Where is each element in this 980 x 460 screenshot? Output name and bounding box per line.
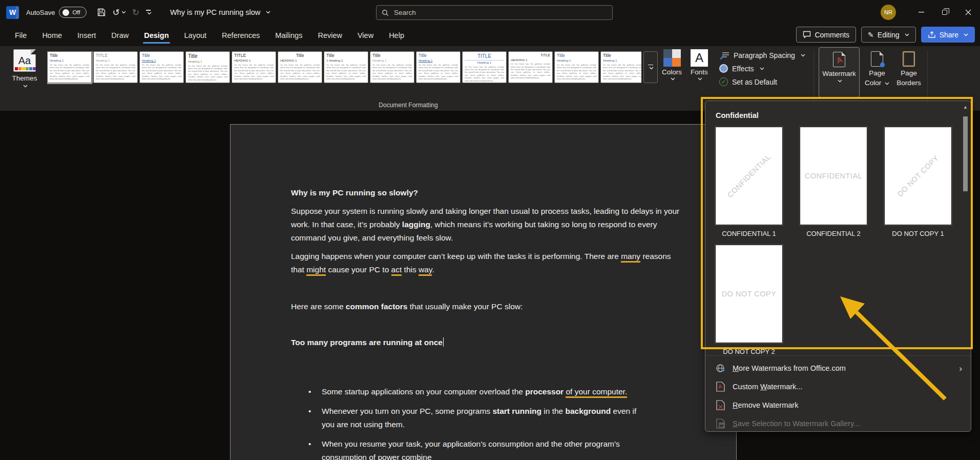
style-set-gallery: TitleHeading 1On the Insert tab, the gal…	[47, 51, 641, 84]
style-set-card[interactable]: TITLEHeading 1On the Insert tab, the gal…	[93, 51, 138, 83]
autosave-label: AutoSave	[26, 9, 55, 16]
comments-button[interactable]: Comments	[796, 27, 856, 43]
checkmark-icon: ✓	[719, 77, 728, 86]
scrollbar-thumb[interactable]	[963, 116, 968, 191]
tab-references[interactable]: References	[214, 27, 267, 44]
tab-insert[interactable]: Insert	[70, 27, 103, 44]
globe-icon	[715, 364, 726, 373]
style-set-card[interactable]: TITLEHEADING 1On the Insert tab, the gal…	[508, 51, 553, 83]
group-separator	[927, 50, 928, 104]
effects-label: Effects	[732, 65, 754, 73]
tab-help[interactable]: Help	[381, 27, 412, 44]
watermark-button[interactable]: A Watermark	[819, 47, 860, 97]
redo-icon: ↻	[132, 8, 139, 17]
autosave-toggle[interactable]: Off	[59, 7, 87, 18]
watermark-dropdown-panel: Confidential CONFIDENTIALCONFIDENTIAL 1C…	[705, 101, 971, 432]
gallery-more-button[interactable]	[643, 51, 658, 83]
editing-mode-button[interactable]: ✎ Editing	[861, 27, 916, 43]
avatar[interactable]: NR	[881, 5, 896, 20]
chevron-down-icon	[964, 33, 968, 36]
style-set-card[interactable]: TitleHeading 1On the Insert tab, the gal…	[370, 51, 414, 83]
style-set-card[interactable]: TitleHeading 1On the Insert tab, the gal…	[600, 51, 641, 83]
watermark-thumbnail[interactable]: DO NOT COPYDO NOT COPY 2	[715, 245, 783, 355]
colors-button[interactable]: Colors	[662, 49, 682, 81]
page-color-button[interactable]: Page Color	[863, 47, 891, 97]
close-button[interactable]	[956, 0, 980, 25]
style-set-card[interactable]: Title1 Heading 1On the Insert tab, the g…	[324, 51, 368, 83]
chevron-down-icon	[838, 79, 842, 83]
search-input[interactable]: Search	[376, 5, 613, 20]
themes-button[interactable]: Aa Themes	[6, 49, 43, 105]
word-logo-icon[interactable]: W	[6, 6, 19, 19]
watermark-thumbnail[interactable]: CONFIDENTIALCONFIDENTIAL 2	[800, 127, 867, 237]
watermark-icon: A	[833, 52, 845, 67]
menu-item-more-watermarks[interactable]: More Watermarks from Office.com›	[705, 359, 971, 377]
paragraph-spacing-label: Paragraph Spacing	[734, 51, 795, 59]
tab-mailings[interactable]: Mailings	[267, 27, 310, 44]
page-color-label-1: Page	[869, 69, 885, 78]
style-set-card[interactable]: TitleHeading 1On the Insert tab, the gal…	[185, 51, 230, 83]
watermark-thumbnail[interactable]: DO NOT COPYDO NOT COPY 1	[884, 127, 952, 237]
comments-label: Comments	[815, 31, 849, 39]
paragraph-spacing-icon	[719, 51, 729, 59]
minimize-button[interactable]	[909, 0, 933, 25]
document-content: Why is my PC running so slowly? Suppose …	[231, 125, 681, 460]
tab-home[interactable]: Home	[34, 27, 70, 44]
avatar-initials: NR	[884, 9, 892, 15]
redo-button[interactable]: ↻	[132, 8, 139, 17]
page-borders-label-1: Page	[901, 69, 917, 78]
scrollbar[interactable]: ▲	[963, 105, 968, 350]
watermark-gallery: CONFIDENTIALCONFIDENTIAL 1CONFIDENTIALCO…	[705, 119, 956, 355]
colors-icon	[663, 49, 681, 67]
undo-icon: ↺	[112, 8, 119, 17]
tab-review[interactable]: Review	[310, 27, 350, 44]
tab-design[interactable]: Design	[136, 27, 176, 44]
effects-icon	[719, 64, 728, 73]
menu-item-custom-watermark[interactable]: ACustom Watermark...	[705, 377, 971, 396]
custom-icon: A	[715, 382, 726, 392]
tab-file[interactable]: File	[7, 27, 34, 44]
toggle-knob-icon	[62, 9, 69, 16]
overflow-icon	[145, 10, 152, 15]
effects-button[interactable]: Effects	[719, 64, 805, 73]
menu-item-save-selection: Save Selection to Watermark Gallery...	[705, 414, 971, 433]
quick-access-overflow-button[interactable]	[145, 10, 152, 15]
group-label-document-formatting: Document Formatting	[47, 102, 769, 109]
style-set-card[interactable]: TitleHeading 1On the Insert tab, the gal…	[47, 51, 92, 83]
set-as-default-label: Set as Default	[732, 78, 777, 86]
watermark-thumbnail[interactable]: CONFIDENTIALCONFIDENTIAL 1	[715, 127, 783, 237]
set-as-default-button[interactable]: ✓ Set as Default	[719, 77, 805, 86]
document-page[interactable]: Why is my PC running so slowly? Suppose …	[230, 124, 737, 460]
document-title[interactable]: Why is my PC running slow	[170, 8, 270, 16]
watermark-section-title: Confidential	[705, 101, 971, 119]
menu-item-label: Custom Watermark...	[733, 383, 963, 391]
doc-paragraph: Suppose your system is running slowly an…	[291, 205, 681, 245]
save-button[interactable]	[97, 8, 106, 17]
bullet-item: Whenever you turn on your PC, some progr…	[291, 405, 650, 431]
style-set-card[interactable]: TitleHeading 1On the Insert tab, the gal…	[416, 51, 461, 83]
chevron-down-icon	[649, 67, 654, 70]
word-window: W AutoSave Off ↺	[0, 0, 980, 460]
fonts-button[interactable]: A Fonts	[691, 49, 708, 81]
tab-draw[interactable]: Draw	[103, 27, 136, 44]
tab-view[interactable]: View	[350, 27, 381, 44]
undo-button[interactable]: ↺	[112, 8, 126, 17]
style-set-card[interactable]: TitleHeading 1On the Insert tab, the gal…	[139, 51, 184, 83]
restore-button[interactable]	[933, 0, 956, 25]
style-set-card[interactable]: TitleHEADING 1On the Insert tab, the gal…	[278, 51, 322, 83]
style-set-card[interactable]: TITLEHeading 1On the Insert tab, the gal…	[462, 51, 507, 83]
style-set-card[interactable]: TITLEHEADING 1On the Insert tab, the gal…	[232, 51, 276, 83]
search-placeholder: Search	[394, 9, 416, 16]
paragraph-spacing-button[interactable]: Paragraph Spacing	[719, 51, 805, 59]
menu-item-label: More Watermarks from Office.com	[733, 364, 952, 372]
watermark-thumbnail-label: DO NOT COPY 2	[715, 348, 783, 355]
bullet-item: When you resume your task, your applicat…	[291, 437, 650, 460]
scroll-up-icon[interactable]: ▲	[963, 105, 968, 109]
style-set-card[interactable]: TitleHeading 1On the Insert tab, the gal…	[554, 51, 599, 83]
tab-layout[interactable]: Layout	[177, 27, 215, 44]
chevron-down-icon	[671, 77, 675, 81]
menu-item-remove-watermark[interactable]: Remove Watermark	[705, 396, 971, 414]
page-borders-button[interactable]: Page Borders	[893, 47, 924, 97]
share-button[interactable]: Share	[921, 27, 975, 43]
ribbon-tabs: FileHomeInsertDrawDesignLayoutReferences…	[0, 27, 412, 44]
